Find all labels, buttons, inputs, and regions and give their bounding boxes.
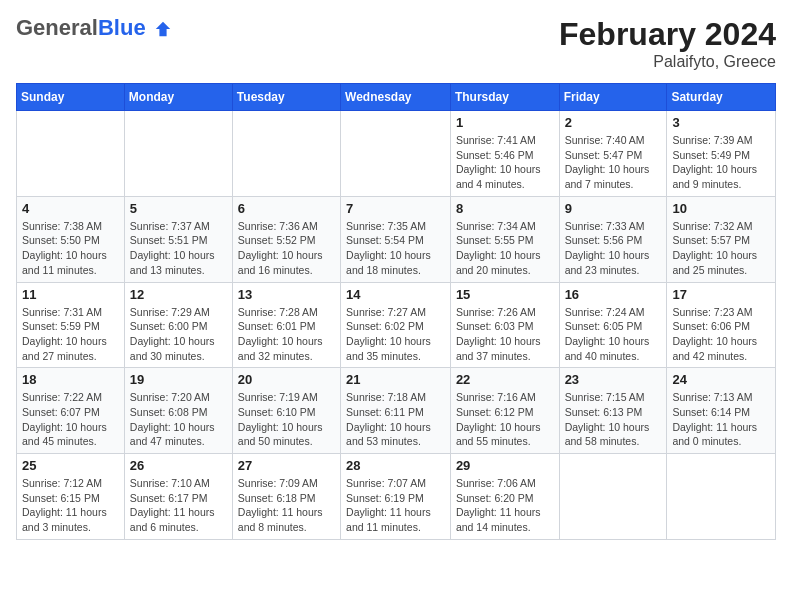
week-row-1: 1Sunrise: 7:41 AM Sunset: 5:46 PM Daylig…: [17, 111, 776, 197]
calendar-cell: 2Sunrise: 7:40 AM Sunset: 5:47 PM Daylig…: [559, 111, 667, 197]
calendar-cell: 6Sunrise: 7:36 AM Sunset: 5:52 PM Daylig…: [232, 196, 340, 282]
page-header: GeneralBlue February 2024 Palaifyto, Gre…: [16, 16, 776, 71]
col-header-monday: Monday: [124, 84, 232, 111]
cell-info: Sunrise: 7:16 AM Sunset: 6:12 PM Dayligh…: [456, 390, 554, 449]
calendar-cell: 1Sunrise: 7:41 AM Sunset: 5:46 PM Daylig…: [450, 111, 559, 197]
cell-date: 2: [565, 115, 662, 130]
col-header-saturday: Saturday: [667, 84, 776, 111]
cell-info: Sunrise: 7:34 AM Sunset: 5:55 PM Dayligh…: [456, 219, 554, 278]
cell-date: 22: [456, 372, 554, 387]
calendar-cell: 21Sunrise: 7:18 AM Sunset: 6:11 PM Dayli…: [341, 368, 451, 454]
calendar-cell: [667, 454, 776, 540]
cell-info: Sunrise: 7:26 AM Sunset: 6:03 PM Dayligh…: [456, 305, 554, 364]
cell-info: Sunrise: 7:12 AM Sunset: 6:15 PM Dayligh…: [22, 476, 119, 535]
calendar-table: SundayMondayTuesdayWednesdayThursdayFrid…: [16, 83, 776, 540]
calendar-cell: 25Sunrise: 7:12 AM Sunset: 6:15 PM Dayli…: [17, 454, 125, 540]
cell-date: 17: [672, 287, 770, 302]
cell-date: 4: [22, 201, 119, 216]
cell-info: Sunrise: 7:39 AM Sunset: 5:49 PM Dayligh…: [672, 133, 770, 192]
calendar-cell: 17Sunrise: 7:23 AM Sunset: 6:06 PM Dayli…: [667, 282, 776, 368]
calendar-cell: 18Sunrise: 7:22 AM Sunset: 6:07 PM Dayli…: [17, 368, 125, 454]
cell-date: 10: [672, 201, 770, 216]
cell-date: 23: [565, 372, 662, 387]
cell-info: Sunrise: 7:41 AM Sunset: 5:46 PM Dayligh…: [456, 133, 554, 192]
svg-marker-0: [156, 22, 170, 36]
cell-date: 27: [238, 458, 335, 473]
cell-date: 18: [22, 372, 119, 387]
calendar-cell: 29Sunrise: 7:06 AM Sunset: 6:20 PM Dayli…: [450, 454, 559, 540]
cell-date: 26: [130, 458, 227, 473]
cell-date: 21: [346, 372, 445, 387]
cell-info: Sunrise: 7:27 AM Sunset: 6:02 PM Dayligh…: [346, 305, 445, 364]
cell-date: 13: [238, 287, 335, 302]
cell-info: Sunrise: 7:33 AM Sunset: 5:56 PM Dayligh…: [565, 219, 662, 278]
cell-info: Sunrise: 7:35 AM Sunset: 5:54 PM Dayligh…: [346, 219, 445, 278]
cell-date: 14: [346, 287, 445, 302]
calendar-cell: 24Sunrise: 7:13 AM Sunset: 6:14 PM Dayli…: [667, 368, 776, 454]
cell-info: Sunrise: 7:40 AM Sunset: 5:47 PM Dayligh…: [565, 133, 662, 192]
calendar-cell: 27Sunrise: 7:09 AM Sunset: 6:18 PM Dayli…: [232, 454, 340, 540]
page-title: February 2024: [559, 16, 776, 53]
cell-info: Sunrise: 7:36 AM Sunset: 5:52 PM Dayligh…: [238, 219, 335, 278]
col-header-wednesday: Wednesday: [341, 84, 451, 111]
calendar-cell: 3Sunrise: 7:39 AM Sunset: 5:49 PM Daylig…: [667, 111, 776, 197]
calendar-cell: 5Sunrise: 7:37 AM Sunset: 5:51 PM Daylig…: [124, 196, 232, 282]
cell-info: Sunrise: 7:22 AM Sunset: 6:07 PM Dayligh…: [22, 390, 119, 449]
cell-info: Sunrise: 7:24 AM Sunset: 6:05 PM Dayligh…: [565, 305, 662, 364]
calendar-cell: 22Sunrise: 7:16 AM Sunset: 6:12 PM Dayli…: [450, 368, 559, 454]
calendar-cell: 20Sunrise: 7:19 AM Sunset: 6:10 PM Dayli…: [232, 368, 340, 454]
cell-info: Sunrise: 7:37 AM Sunset: 5:51 PM Dayligh…: [130, 219, 227, 278]
cell-info: Sunrise: 7:06 AM Sunset: 6:20 PM Dayligh…: [456, 476, 554, 535]
cell-date: 29: [456, 458, 554, 473]
cell-date: 11: [22, 287, 119, 302]
calendar-cell: 15Sunrise: 7:26 AM Sunset: 6:03 PM Dayli…: [450, 282, 559, 368]
calendar-cell: [17, 111, 125, 197]
week-row-5: 25Sunrise: 7:12 AM Sunset: 6:15 PM Dayli…: [17, 454, 776, 540]
cell-info: Sunrise: 7:29 AM Sunset: 6:00 PM Dayligh…: [130, 305, 227, 364]
cell-info: Sunrise: 7:20 AM Sunset: 6:08 PM Dayligh…: [130, 390, 227, 449]
cell-date: 5: [130, 201, 227, 216]
week-row-2: 4Sunrise: 7:38 AM Sunset: 5:50 PM Daylig…: [17, 196, 776, 282]
page-subtitle: Palaifyto, Greece: [559, 53, 776, 71]
cell-date: 9: [565, 201, 662, 216]
calendar-cell: [341, 111, 451, 197]
calendar-cell: [124, 111, 232, 197]
calendar-cell: 14Sunrise: 7:27 AM Sunset: 6:02 PM Dayli…: [341, 282, 451, 368]
cell-date: 1: [456, 115, 554, 130]
cell-info: Sunrise: 7:28 AM Sunset: 6:01 PM Dayligh…: [238, 305, 335, 364]
cell-info: Sunrise: 7:10 AM Sunset: 6:17 PM Dayligh…: [130, 476, 227, 535]
cell-info: Sunrise: 7:09 AM Sunset: 6:18 PM Dayligh…: [238, 476, 335, 535]
calendar-cell: [232, 111, 340, 197]
calendar-cell: 16Sunrise: 7:24 AM Sunset: 6:05 PM Dayli…: [559, 282, 667, 368]
cell-date: 20: [238, 372, 335, 387]
calendar-cell: 10Sunrise: 7:32 AM Sunset: 5:57 PM Dayli…: [667, 196, 776, 282]
cell-info: Sunrise: 7:18 AM Sunset: 6:11 PM Dayligh…: [346, 390, 445, 449]
calendar-cell: 23Sunrise: 7:15 AM Sunset: 6:13 PM Dayli…: [559, 368, 667, 454]
calendar-cell: 13Sunrise: 7:28 AM Sunset: 6:01 PM Dayli…: [232, 282, 340, 368]
cell-date: 15: [456, 287, 554, 302]
cell-info: Sunrise: 7:19 AM Sunset: 6:10 PM Dayligh…: [238, 390, 335, 449]
calendar-header-row: SundayMondayTuesdayWednesdayThursdayFrid…: [17, 84, 776, 111]
cell-info: Sunrise: 7:31 AM Sunset: 5:59 PM Dayligh…: [22, 305, 119, 364]
cell-info: Sunrise: 7:15 AM Sunset: 6:13 PM Dayligh…: [565, 390, 662, 449]
cell-info: Sunrise: 7:38 AM Sunset: 5:50 PM Dayligh…: [22, 219, 119, 278]
calendar-cell: 12Sunrise: 7:29 AM Sunset: 6:00 PM Dayli…: [124, 282, 232, 368]
calendar-cell: 4Sunrise: 7:38 AM Sunset: 5:50 PM Daylig…: [17, 196, 125, 282]
cell-info: Sunrise: 7:07 AM Sunset: 6:19 PM Dayligh…: [346, 476, 445, 535]
logo-general: General: [16, 15, 98, 40]
calendar-cell: 9Sunrise: 7:33 AM Sunset: 5:56 PM Daylig…: [559, 196, 667, 282]
cell-info: Sunrise: 7:32 AM Sunset: 5:57 PM Dayligh…: [672, 219, 770, 278]
col-header-thursday: Thursday: [450, 84, 559, 111]
calendar-cell: [559, 454, 667, 540]
week-row-3: 11Sunrise: 7:31 AM Sunset: 5:59 PM Dayli…: [17, 282, 776, 368]
cell-date: 6: [238, 201, 335, 216]
cell-date: 3: [672, 115, 770, 130]
cell-info: Sunrise: 7:13 AM Sunset: 6:14 PM Dayligh…: [672, 390, 770, 449]
week-row-4: 18Sunrise: 7:22 AM Sunset: 6:07 PM Dayli…: [17, 368, 776, 454]
cell-date: 19: [130, 372, 227, 387]
cell-date: 8: [456, 201, 554, 216]
cell-date: 16: [565, 287, 662, 302]
cell-date: 7: [346, 201, 445, 216]
col-header-friday: Friday: [559, 84, 667, 111]
calendar-cell: 26Sunrise: 7:10 AM Sunset: 6:17 PM Dayli…: [124, 454, 232, 540]
